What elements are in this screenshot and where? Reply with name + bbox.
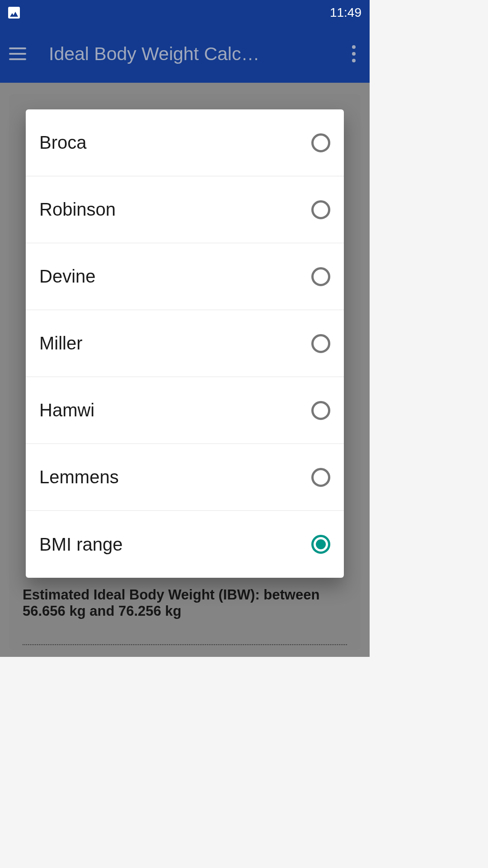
dialog-option-label: Devine <box>39 266 96 287</box>
dialog-option-miller[interactable]: Miller <box>26 310 344 377</box>
formula-selection-dialog: Broca Robinson Devine Miller Hamwi Lemme… <box>26 109 344 578</box>
dialog-option-hamwi[interactable]: Hamwi <box>26 377 344 444</box>
status-bar: 11:49 <box>0 0 370 25</box>
more-vertical-icon[interactable] <box>347 45 361 62</box>
image-notification-icon <box>8 7 20 19</box>
dialog-option-label: BMI range <box>39 534 123 555</box>
dialog-option-devine[interactable]: Devine <box>26 243 344 310</box>
radio-icon <box>311 401 330 420</box>
radio-icon <box>311 334 330 353</box>
dialog-option-label: Miller <box>39 333 83 354</box>
dialog-option-label: Lemmens <box>39 467 119 487</box>
radio-icon <box>311 200 330 219</box>
hamburger-menu-icon[interactable] <box>9 47 26 60</box>
dialog-option-broca[interactable]: Broca <box>26 109 344 176</box>
dialog-option-lemmens[interactable]: Lemmens <box>26 444 344 511</box>
app-bar: Ideal Body Weight Calc… <box>0 25 370 83</box>
dialog-option-robinson[interactable]: Robinson <box>26 176 344 243</box>
radio-icon <box>311 267 330 286</box>
radio-icon <box>311 133 330 152</box>
radio-icon <box>311 468 330 487</box>
radio-selected-icon <box>311 535 330 554</box>
status-time: 11:49 <box>330 5 361 20</box>
app-title: Ideal Body Weight Calc… <box>49 43 338 65</box>
dialog-option-bmi-range[interactable]: BMI range <box>26 511 344 578</box>
dialog-option-label: Robinson <box>39 199 116 220</box>
dialog-option-label: Hamwi <box>39 400 94 420</box>
dialog-option-label: Broca <box>39 132 87 153</box>
